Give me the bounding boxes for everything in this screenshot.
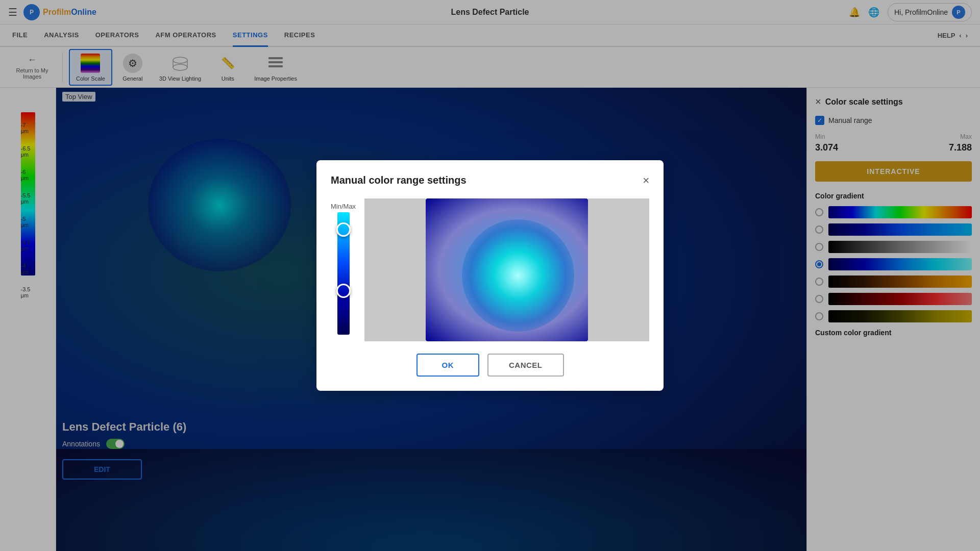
- modal-close-button[interactable]: ×: [643, 175, 649, 186]
- modal-image-preview: [426, 198, 588, 341]
- cancel-button[interactable]: CANCEL: [487, 354, 564, 377]
- color-slider-container: [331, 212, 356, 335]
- modal-image-side-left: [364, 198, 426, 341]
- ok-button[interactable]: OK: [416, 354, 480, 377]
- modal-image-side-right: [588, 198, 649, 341]
- modal-dialog: Manual color range settings × Min/Max OK…: [316, 160, 664, 391]
- modal-title: Manual color range settings: [331, 174, 467, 186]
- modal-header: Manual color range settings ×: [331, 174, 649, 186]
- modal-body: Min/Max: [331, 198, 649, 341]
- color-strip: [337, 212, 350, 335]
- slider-handle-top[interactable]: [336, 222, 351, 237]
- slider-handle-bottom[interactable]: [336, 284, 351, 298]
- modal-image-glow: [462, 219, 574, 332]
- modal-minmax-label: Min/Max: [331, 198, 356, 210]
- modal-footer: OK CANCEL: [331, 354, 649, 377]
